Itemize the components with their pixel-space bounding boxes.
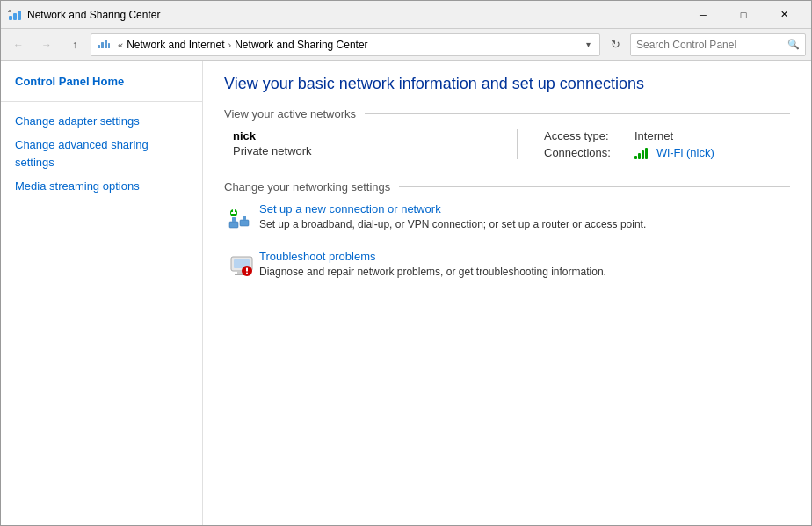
title-bar-title: Network and Sharing Center [27, 9, 683, 21]
troubleshoot-icon-container [224, 252, 259, 280]
search-box: 🔍 [630, 33, 806, 56]
section-divider-2 [399, 186, 790, 187]
new-connection-link[interactable]: Set up a new connection or network [259, 202, 790, 216]
networks-area: nick Private network Access type: Intern… [224, 129, 790, 159]
networking-settings-section: Set up a new connection or network Set u… [224, 202, 790, 280]
svg-rect-21 [246, 268, 248, 272]
close-button[interactable]: ✕ [764, 1, 804, 29]
active-networks-label: View your active networks [224, 107, 356, 121]
svg-rect-0 [9, 16, 12, 20]
title-bar-icon [8, 8, 22, 22]
svg-rect-12 [243, 216, 246, 220]
svg-rect-8 [108, 43, 110, 48]
networking-settings-header: Change your networking settings [224, 180, 790, 194]
sidebar-item-control-panel-home[interactable]: Control Panel Home [1, 69, 202, 94]
refresh-button[interactable]: ↻ [604, 33, 627, 56]
network-info: nick Private network [224, 129, 490, 159]
svg-rect-6 [101, 42, 104, 48]
connections-label: Connections: [544, 146, 627, 159]
sidebar-item-change-advanced-sharing[interactable]: Change advanced sharing settings [1, 133, 202, 174]
svg-point-22 [246, 273, 248, 274]
breadcrumb-sep1: « [118, 40, 123, 50]
svg-rect-9 [229, 222, 238, 228]
maximize-button[interactable]: □ [723, 1, 764, 29]
access-type-value: Internet [634, 129, 673, 142]
new-connection-text: Set up a new connection or network Set u… [259, 202, 790, 230]
title-bar: Network and Sharing Center ─ □ ✕ [1, 1, 811, 29]
breadcrumb-network-internet[interactable]: Network and Internet [127, 39, 224, 51]
svg-rect-3 [9, 10, 11, 11]
main-layout: Control Panel Home Change adapter settin… [1, 61, 811, 526]
access-type-label: Access type: [544, 129, 627, 142]
network-details: Access type: Internet Connections: Wi-Fi… [544, 129, 790, 159]
troubleshoot-desc: Diagnose and repair network problems, or… [259, 266, 606, 278]
wifi-connection-link[interactable]: Wi-Fi (nick) [656, 146, 714, 159]
svg-rect-5 [98, 45, 100, 48]
troubleshoot-text: Troubleshoot problems Diagnose and repai… [259, 250, 790, 278]
active-networks-header: View your active networks [224, 107, 790, 121]
connections-row: Connections: Wi-Fi (nick) [544, 146, 790, 159]
sidebar-divider [1, 101, 202, 102]
sidebar-item-media-streaming[interactable]: Media streaming options [1, 174, 202, 199]
breadcrumb-current: Network and Sharing Center [235, 39, 367, 51]
new-connection-icon-container [224, 204, 259, 232]
new-connection-icon [228, 204, 256, 232]
svg-rect-2 [18, 11, 21, 20]
svg-rect-4 [8, 11, 11, 12]
sidebar-item-change-adapter-settings[interactable]: Change adapter settings [1, 109, 202, 134]
svg-rect-7 [105, 40, 107, 48]
forward-button[interactable]: → [34, 33, 59, 57]
svg-rect-10 [232, 217, 236, 222]
breadcrumb-expand[interactable]: ▾ [583, 38, 594, 51]
troubleshoot-item: Troubleshoot problems Diagnose and repai… [224, 250, 790, 280]
breadcrumb-arrow: › [228, 40, 232, 50]
new-connection-item: Set up a new connection or network Set u… [224, 202, 790, 232]
networking-settings-label: Change your networking settings [224, 180, 390, 194]
wifi-signal-icon [634, 147, 648, 159]
search-icon[interactable]: 🔍 [787, 39, 800, 50]
new-connection-desc: Set up a broadband, dial-up, or VPN conn… [259, 218, 646, 230]
access-type-row: Access type: Internet [544, 129, 790, 142]
network-name: nick [233, 129, 490, 142]
troubleshoot-link[interactable]: Troubleshoot problems [259, 250, 790, 263]
window-controls: ─ □ ✕ [683, 1, 804, 29]
section-divider-1 [365, 113, 790, 114]
address-bar: ← → ↑ « Network and Internet › Network a… [1, 29, 811, 61]
back-button[interactable]: ← [6, 33, 31, 57]
up-button[interactable]: ↑ [62, 33, 87, 57]
search-input[interactable] [636, 39, 787, 51]
content-area: View your basic network information and … [203, 61, 811, 526]
breadcrumb-dropdown: ▾ [583, 38, 594, 51]
network-type: Private network [233, 144, 490, 157]
minimize-button[interactable]: ─ [683, 1, 723, 29]
troubleshoot-icon [228, 252, 256, 280]
breadcrumb-icon [97, 38, 111, 52]
sidebar: Control Panel Home Change adapter settin… [1, 61, 203, 526]
svg-rect-1 [13, 13, 17, 20]
network-details-divider [517, 129, 518, 159]
page-title: View your basic network information and … [224, 75, 790, 93]
breadcrumb-bar: « Network and Internet › Network and Sha… [91, 33, 600, 56]
svg-rect-11 [240, 220, 249, 226]
svg-rect-15 [231, 212, 236, 214]
